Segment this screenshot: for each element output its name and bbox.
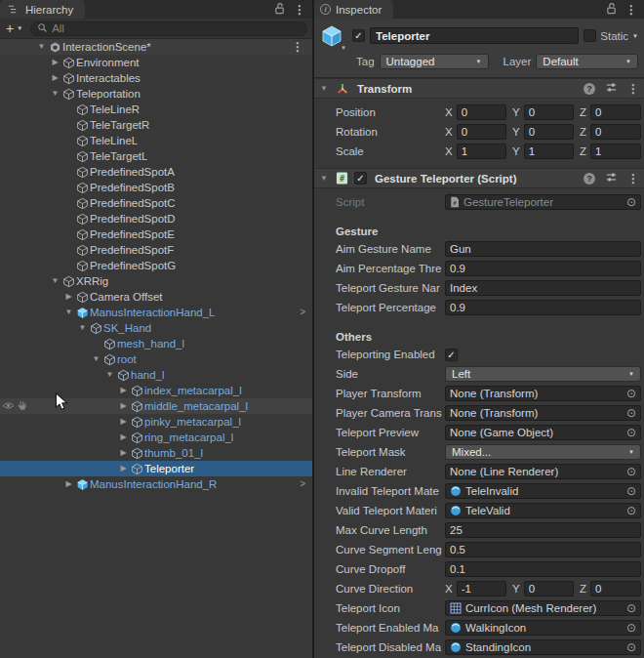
tree-item-camera-offset[interactable]: ▶Camera Offset — [0, 289, 312, 305]
teleporting-enabled-checkbox[interactable]: ✓ — [445, 349, 458, 361]
foldout-arrow[interactable]: ▼ — [62, 308, 75, 316]
foldout-arrow[interactable]: ▼ — [49, 277, 61, 285]
object-picker-icon[interactable]: ⊙ — [624, 641, 638, 653]
tree-item-sk-hand[interactable]: ▼SK_Hand — [0, 320, 312, 336]
component-header-transform[interactable]: ▼Transform?⋮ — [314, 78, 644, 99]
help-icon[interactable]: ? — [584, 173, 595, 185]
teleport-mask-dropdown[interactable]: Mixed...▼ — [445, 444, 641, 460]
tree-item-teleliner[interactable]: TeleLineR — [0, 102, 312, 117]
tree-item-predefinedspota[interactable]: PredefinedSpotA — [0, 164, 312, 180]
static-checkbox[interactable] — [584, 29, 596, 42]
foldout-arrow[interactable]: ▶ — [117, 433, 130, 441]
invalid-teleport-mate-object-field[interactable]: TeleInvalid⊙ — [445, 483, 641, 499]
tree-item-index-metacarpal-l[interactable]: ▶index_metacarpal_l — [0, 383, 312, 398]
rotation-y-input[interactable] — [524, 124, 574, 140]
component-menu-icon[interactable]: ⋮ — [627, 83, 639, 95]
component-enabled-checkbox[interactable]: ✓ — [354, 172, 367, 185]
tab-hierarchy[interactable]: Hierarchy — [0, 0, 85, 19]
tree-item-predefinedspotg[interactable]: PredefinedSpotG — [0, 258, 312, 273]
name-field[interactable] — [370, 27, 579, 44]
curve-dropoff-input[interactable] — [445, 561, 641, 577]
prefab-chevron-icon[interactable]: > — [300, 308, 312, 317]
tree-item-predefinedspotc[interactable]: PredefinedSpotC — [0, 195, 312, 211]
tree-item-middle-metacarpal-l[interactable]: ▶middle_metacarpal_l — [0, 398, 312, 414]
object-picker-icon[interactable]: ⊙ — [624, 485, 638, 497]
teleport-enabled-ma-object-field[interactable]: WalkingIcon⊙ — [445, 620, 641, 636]
object-picker-icon[interactable]: ⊙ — [624, 407, 638, 419]
foldout-arrow[interactable]: ▼ — [76, 324, 89, 332]
tree-item-teletargetr[interactable]: TeleTargetR — [0, 117, 312, 133]
scale-y-input[interactable] — [524, 144, 574, 159]
aim-gesture-name-input[interactable] — [445, 241, 641, 257]
tree-item-root[interactable]: ▼root — [0, 351, 312, 367]
panel-menu-icon[interactable]: ⋮ — [294, 4, 305, 16]
tree-item-mesh-hand-l[interactable]: mesh_hand_l — [0, 336, 312, 351]
curve-direction-y-input[interactable] — [524, 581, 574, 596]
presets-icon[interactable] — [605, 171, 618, 185]
curve-direction-z-input[interactable] — [590, 581, 641, 596]
position-x-input[interactable] — [457, 104, 506, 120]
object-picker-icon[interactable]: ⊙ — [624, 622, 638, 634]
foldout-arrow[interactable]: ▼ — [318, 175, 330, 183]
tab-inspector[interactable]: i Inspector — [314, 0, 393, 19]
tree-item-teleporter[interactable]: ▶Teleporter — [0, 461, 312, 476]
foldout-arrow[interactable]: ▶ — [117, 402, 130, 410]
tag-dropdown[interactable]: Untagged ▼ — [380, 54, 489, 69]
rotation-x-input[interactable] — [457, 124, 506, 140]
teleport-percentage-input[interactable] — [445, 300, 641, 315]
position-z-input[interactable] — [590, 104, 641, 120]
lock-icon[interactable] — [274, 2, 285, 17]
chevron-down-icon[interactable]: ▼ — [632, 33, 638, 39]
tree-item-predefinedspotf[interactable]: PredefinedSpotF — [0, 242, 312, 258]
foldout-arrow[interactable]: ▼ — [103, 371, 116, 379]
foldout-arrow[interactable]: ▼ — [318, 85, 330, 93]
presets-icon[interactable] — [605, 81, 618, 96]
active-checkbox[interactable]: ✓ — [352, 29, 365, 42]
scale-z-input[interactable] — [590, 144, 641, 159]
tree-item-ring-metacarpal-l[interactable]: ▶ring_metacarpal_l — [0, 430, 312, 445]
tree-item-teletargetl[interactable]: TeleTargetL — [0, 148, 312, 164]
position-y-input[interactable] — [524, 104, 574, 120]
object-picker-icon[interactable]: ⊙ — [624, 388, 638, 399]
layer-dropdown[interactable]: Default ▼ — [536, 54, 638, 69]
foldout-arrow[interactable]: ▶ — [117, 387, 130, 394]
curve-segment-leng-input[interactable] — [445, 542, 641, 557]
foldout-arrow[interactable]: ▶ — [62, 293, 75, 301]
object-picker-icon[interactable]: ⊙ — [624, 505, 638, 516]
lock-icon[interactable] — [606, 2, 617, 17]
teleport-gesture-nar-input[interactable] — [445, 280, 641, 296]
foldout-arrow[interactable]: ▼ — [90, 355, 102, 363]
aim-percentage-thre-input[interactable] — [445, 261, 641, 276]
max-curve-length-input[interactable] — [445, 522, 641, 538]
rotation-z-input[interactable] — [590, 124, 641, 140]
foldout-arrow[interactable]: ▶ — [117, 465, 130, 473]
gameobject-cube-icon[interactable]: ▼ — [320, 24, 347, 50]
tree-item-predefinedspotd[interactable]: PredefinedSpotD — [0, 211, 312, 226]
object-picker-icon[interactable]: ⊙ — [624, 466, 638, 477]
pick-icon[interactable] — [17, 400, 27, 413]
tree-item-predefinedspotb[interactable]: PredefinedSpotB — [0, 180, 312, 195]
player-camera-trans-object-field[interactable]: None (Transform)⊙ — [445, 405, 641, 421]
row-menu-icon[interactable]: ⋮ — [292, 41, 312, 53]
object-picker-icon[interactable]: ⊙ — [624, 427, 638, 438]
line-renderer-object-field[interactable]: None (Line Renderer)⊙ — [445, 464, 641, 479]
script-object-field[interactable]: #GestureTeleporter⊙ — [445, 194, 641, 210]
tree-item-predefinedspote[interactable]: PredefinedSpotE — [0, 226, 312, 242]
prefab-chevron-icon[interactable]: > — [300, 479, 312, 489]
search-input[interactable]: All — [30, 21, 307, 36]
scale-x-input[interactable] — [457, 144, 506, 159]
tree-item-xrrig[interactable]: ▼XRRig — [0, 273, 312, 289]
player-transform-object-field[interactable]: None (Transform)⊙ — [445, 386, 641, 401]
tree-item-telelinel[interactable]: TeleLineL — [0, 133, 312, 148]
curve-direction-x-input[interactable] — [457, 581, 506, 596]
object-picker-icon[interactable]: ⊙ — [624, 196, 638, 208]
tree-item-interactionscene[interactable]: ▼InteractionScene*⋮ — [0, 39, 312, 55]
panel-menu-icon[interactable]: ⋮ — [625, 4, 637, 16]
foldout-arrow[interactable]: ▶ — [49, 74, 61, 82]
component-header-gesture-teleporter-script[interactable]: ▼#✓Gesture Teleporter (Script)?⋮ — [314, 168, 644, 188]
foldout-arrow[interactable]: ▶ — [117, 418, 130, 426]
tree-item-interactables[interactable]: ▶Interactables — [0, 70, 312, 86]
add-object-button[interactable]: + ▼ — [3, 21, 25, 35]
teleport-icon-object-field[interactable]: CurrIcon (Mesh Renderer)⊙ — [445, 600, 641, 616]
component-menu-icon[interactable]: ⋮ — [627, 173, 639, 185]
